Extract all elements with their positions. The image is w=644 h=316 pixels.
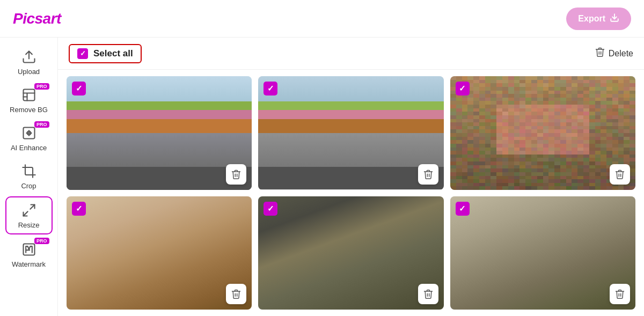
pro-badge-ai-enhance: PRO	[34, 121, 49, 128]
sidebar-item-ai-enhance[interactable]: PRO AI Enhance	[5, 120, 53, 156]
svg-line-5	[30, 205, 34, 209]
image-5-checkbox[interactable]	[264, 202, 277, 216]
image-6-bg	[450, 196, 635, 310]
select-all-wrapper[interactable]: Select all	[69, 44, 142, 63]
sidebar-item-watermark-label: Watermark	[12, 260, 46, 268]
image-6-checkbox[interactable]	[456, 202, 470, 216]
svg-line-6	[23, 211, 27, 216]
image-4-bg	[67, 196, 252, 310]
image-card-2[interactable]	[258, 76, 443, 190]
svg-rect-2	[23, 90, 34, 101]
delete-button[interactable]: Delete	[595, 47, 633, 60]
image-2-bg	[258, 76, 443, 190]
sidebar-item-crop[interactable]: Crop	[5, 158, 53, 194]
image-card-5[interactable]	[258, 196, 443, 310]
image-1-overlay	[67, 76, 252, 190]
logo: Picsart	[13, 10, 61, 27]
image-4-checkbox[interactable]	[72, 202, 86, 216]
image-grid	[58, 70, 644, 316]
sidebar-item-upload-label: Upload	[18, 68, 40, 76]
pixelated-face-canvas	[450, 76, 635, 190]
image-card-3[interactable]	[450, 76, 635, 190]
image-4-delete[interactable]	[226, 284, 246, 304]
image-3-checkbox[interactable]	[456, 82, 470, 95]
pro-badge-watermark: PRO	[34, 238, 49, 244]
image-5-bg	[258, 196, 443, 310]
content-area: Select all Delete	[58, 38, 644, 316]
sidebar-item-crop-label: Crop	[21, 182, 36, 190]
image-6-delete[interactable]	[610, 284, 630, 304]
sidebar-item-watermark[interactable]: PRO Watermark	[5, 237, 53, 273]
export-label: Export	[578, 14, 605, 24]
sidebar-item-resize-label: Resize	[18, 221, 40, 229]
sidebar-item-resize[interactable]: Resize	[5, 196, 53, 234]
select-all-checkbox[interactable]	[77, 48, 88, 59]
delete-label: Delete	[609, 49, 633, 58]
image-2-delete[interactable]	[418, 164, 438, 185]
export-icon	[610, 13, 619, 25]
image-3-delete[interactable]	[610, 164, 630, 185]
main-layout: Upload PRO Remove BG PRO AI Enhance Crop	[0, 38, 644, 316]
header: Picsart Export	[0, 0, 644, 38]
sidebar-item-remove-bg-label: Remove BG	[10, 106, 48, 114]
image-card-6[interactable]	[450, 196, 635, 310]
resize-icon	[20, 202, 38, 219]
image-1-checkbox[interactable]	[72, 82, 86, 95]
upload-icon	[20, 48, 38, 65]
image-2-checkbox[interactable]	[264, 82, 277, 95]
image-card-4[interactable]	[67, 196, 252, 310]
delete-icon	[595, 47, 605, 60]
image-5-delete[interactable]	[418, 284, 438, 304]
sidebar-item-remove-bg[interactable]: PRO Remove BG	[5, 82, 53, 118]
export-button[interactable]: Export	[566, 8, 631, 30]
sidebar-item-upload[interactable]: Upload	[5, 44, 53, 80]
crop-icon	[20, 163, 38, 180]
sidebar-item-ai-enhance-label: AI Enhance	[11, 144, 47, 152]
pro-badge-remove-bg: PRO	[34, 83, 49, 90]
toolbar: Select all Delete	[58, 38, 644, 70]
image-1-delete[interactable]	[226, 164, 246, 185]
select-all-label: Select all	[93, 48, 133, 59]
sidebar: Upload PRO Remove BG PRO AI Enhance Crop	[0, 38, 58, 316]
image-card-1[interactable]	[67, 76, 252, 190]
